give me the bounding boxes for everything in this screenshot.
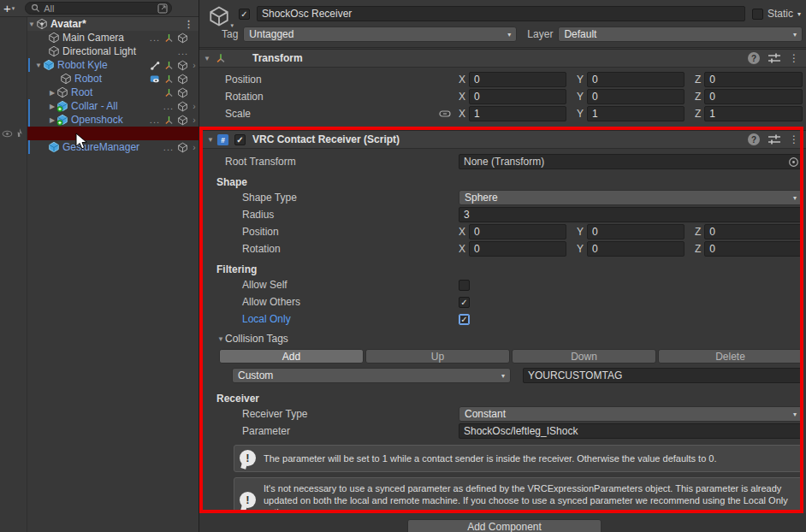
transform-overlay-icon <box>163 74 175 85</box>
dropdown-caret-icon: ▾ <box>793 31 797 38</box>
parameter-field[interactable] <box>459 423 803 439</box>
transform-rotation-row: Rotation X Y Z <box>199 88 806 105</box>
shape-rotation-z-field[interactable] <box>704 241 803 257</box>
prefab-override-bar <box>28 140 30 154</box>
transform-header[interactable]: ▼ Transform ? ⋮ <box>199 49 806 68</box>
shape-position-y-field[interactable] <box>587 224 685 239</box>
position-y-field[interactable] <box>587 72 685 87</box>
component-enabled-checkbox[interactable]: ✓ <box>234 134 246 145</box>
gameobject-icon <box>48 32 60 44</box>
rotation-x-field[interactable] <box>469 89 566 104</box>
static-flags-caret-icon[interactable]: ▾ <box>797 10 801 18</box>
collision-tags-label: Collision Tags <box>225 333 288 345</box>
hierarchy-item-openshock[interactable]: ▶ Openshock ... › <box>27 113 199 127</box>
info-icon: ! <box>240 450 257 467</box>
transform-overlay-icon <box>163 60 175 71</box>
static-checkbox[interactable] <box>752 9 763 20</box>
shape-position-x-field[interactable] <box>469 224 566 239</box>
hierarchy-search-field[interactable] <box>40 3 154 14</box>
rotation-z-field[interactable] <box>704 89 803 104</box>
foldout-open-icon[interactable]: ▼ <box>203 55 211 62</box>
add-component-button[interactable]: Add Component <box>407 519 602 532</box>
visibility-eye-icon[interactable] <box>2 128 13 139</box>
pickability-hand-icon[interactable] <box>14 127 26 139</box>
foldout-open-icon[interactable]: ▼ <box>216 335 225 343</box>
component-menu-kebab-icon[interactable]: ⋮ <box>789 52 799 64</box>
scene-options-kebab-icon[interactable]: ⋮ <box>184 19 199 30</box>
hierarchy-item-robot-kyle[interactable]: ▼ Robot Kyle › <box>27 58 199 72</box>
constrain-proportions-link-icon[interactable] <box>439 109 451 118</box>
foldout-closed-icon[interactable]: ▶ <box>48 89 56 97</box>
scale-x-field[interactable] <box>469 106 566 121</box>
component-menu-kebab-icon[interactable]: ⋮ <box>789 133 799 145</box>
active-checkbox[interactable]: ✓ <box>239 9 250 20</box>
tag-type-dropdown[interactable]: Custom ▾ <box>232 368 511 383</box>
down-tag-button[interactable]: Down <box>512 349 656 364</box>
unity-editor-window: + ▾ ▼ Avatar* ⋮ Main Camera ... <box>0 0 806 532</box>
foldout-closed-icon[interactable]: ▶ <box>48 103 56 110</box>
up-tag-button[interactable]: Up <box>365 349 510 364</box>
truncation-ellipsis: ... <box>150 115 160 125</box>
prefab-open-chevron-icon[interactable]: › <box>190 102 199 111</box>
radius-field[interactable] <box>459 207 803 222</box>
contact-receiver-title: VRC Contact Receiver (Script) <box>252 133 400 145</box>
layer-label: Layer <box>527 28 553 40</box>
shape-position-z-field[interactable] <box>704 224 803 239</box>
custom-tag-field[interactable] <box>523 368 803 383</box>
receiver-type-label: Receiver Type <box>199 408 459 420</box>
help-icon[interactable]: ? <box>748 52 760 64</box>
allow-self-row: Allow Self <box>199 276 806 293</box>
local-only-checkbox[interactable]: ✓ <box>459 314 470 325</box>
delete-tag-button[interactable]: Delete <box>658 349 803 364</box>
contact-receiver-header[interactable]: ▼ # ✓ VRC Contact Receiver (Script) ? ⋮ <box>199 130 806 149</box>
scale-y-field[interactable] <box>587 106 685 121</box>
search-icon <box>31 3 40 13</box>
hierarchy-item-gesturemanager[interactable]: GestureManager ... › <box>27 140 199 154</box>
layer-dropdown[interactable]: Default ▾ <box>558 27 803 42</box>
position-x-field[interactable] <box>469 72 566 87</box>
position-z-field[interactable] <box>704 72 803 87</box>
open-search-window-icon[interactable] <box>157 3 168 14</box>
gameobject-name-field[interactable] <box>257 6 745 21</box>
foldout-open-icon[interactable]: ▼ <box>206 136 215 144</box>
gameobject-icon-large[interactable]: ▾ <box>208 5 230 27</box>
tag-dropdown[interactable]: Untagged ▾ <box>243 27 517 42</box>
hierarchy-item-collar-all[interactable]: ▶ Collar - All ... › <box>27 99 199 113</box>
hierarchy-search-input[interactable] <box>25 2 172 15</box>
root-transform-object-field[interactable]: None (Transform) <box>459 154 803 169</box>
prefab-open-chevron-icon[interactable]: › <box>190 115 199 125</box>
scale-z-field[interactable] <box>704 106 803 121</box>
rotation-y-field[interactable] <box>587 89 685 104</box>
allow-self-checkbox[interactable] <box>459 280 470 291</box>
receiver-type-dropdown[interactable]: Constant ▾ <box>459 406 803 422</box>
create-object-caret-icon[interactable]: ▾ <box>12 5 15 12</box>
foldout-open-icon[interactable]: ▼ <box>27 21 36 28</box>
prefab-open-chevron-icon[interactable]: › <box>190 143 199 152</box>
scene-row-avatar[interactable]: ▼ Avatar* ⋮ <box>27 17 199 31</box>
collision-tags-foldout[interactable]: ▼ Collision Tags <box>199 332 806 346</box>
shape-rotation-y-field[interactable] <box>587 241 685 257</box>
add-tag-button[interactable]: Add <box>219 349 364 364</box>
shape-rotation-x-field[interactable] <box>469 241 566 257</box>
scene-name: Avatar* <box>50 18 86 30</box>
help-icon[interactable]: ? <box>748 133 760 145</box>
object-picker-icon[interactable] <box>788 157 799 168</box>
axis-z-label: Z <box>695 74 701 86</box>
foldout-open-icon[interactable]: ▼ <box>34 62 43 69</box>
truncation-ellipsis: ... <box>178 46 188 56</box>
cube-overlay-icon <box>177 142 188 153</box>
transform-overlay-icon <box>163 33 175 44</box>
presets-icon[interactable] <box>768 134 780 145</box>
create-object-button[interactable]: + <box>3 1 11 16</box>
axis-x-label: X <box>459 91 465 103</box>
shape-type-value: Sphere <box>465 192 788 204</box>
hierarchy-item-main-camera[interactable]: Main Camera ... <box>27 31 199 44</box>
foldout-closed-icon[interactable]: ▶ <box>48 116 56 124</box>
presets-icon[interactable] <box>768 53 780 63</box>
allow-others-checkbox[interactable]: ✓ <box>459 297 470 308</box>
hierarchy-item-directional-light[interactable]: Directional Light ... <box>27 44 199 58</box>
prefab-open-chevron-icon[interactable]: › <box>190 61 199 70</box>
shape-type-dropdown[interactable]: Sphere ▾ <box>459 190 803 205</box>
hierarchy-item-robot[interactable]: Robot <box>27 72 199 86</box>
hierarchy-item-root[interactable]: ▶ Root <box>27 86 199 99</box>
